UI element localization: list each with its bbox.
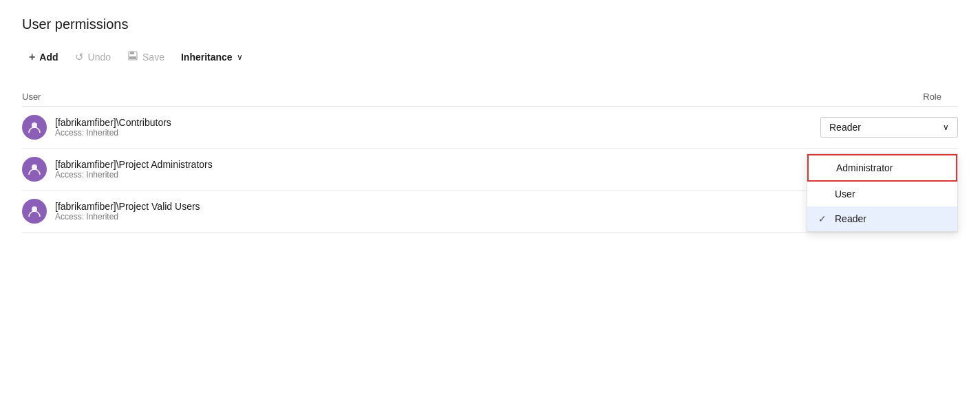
- dropdown-item-administrator[interactable]: Administrator: [807, 154, 957, 182]
- user-info: [fabrikamfiber]\Project Administrators A…: [55, 159, 213, 180]
- avatar: [22, 157, 47, 182]
- toolbar: + Add ↺ Undo Save Inheritance ∨: [22, 46, 958, 74]
- user-info: [fabrikamfiber]\Contributors Access: Inh…: [55, 117, 171, 138]
- dropdown-item-label: Reader: [835, 213, 866, 224]
- add-button[interactable]: + Add: [22, 47, 65, 67]
- svg-rect-2: [129, 56, 136, 59]
- undo-label: Undo: [88, 52, 111, 63]
- user-name: [fabrikamfiber]\Project Administrators: [55, 159, 213, 170]
- role-dropdown[interactable]: Reader ∨: [820, 117, 958, 138]
- dropdown-item-label: Administrator: [836, 162, 893, 173]
- user-column-header: User: [22, 91, 807, 102]
- avatar: [22, 115, 47, 140]
- table-body: [fabrikamfiber]\Contributors Access: Inh…: [22, 107, 958, 233]
- user-access: Access: Inherited: [55, 212, 200, 222]
- user-cell: [fabrikamfiber]\Contributors Access: Inh…: [22, 115, 807, 140]
- user-cell: [fabrikamfiber]\Project Administrators A…: [22, 157, 807, 182]
- role-dropdown-menu: Administrator User ✓ Reader: [807, 153, 958, 232]
- check-icon: ✓: [818, 213, 829, 224]
- user-name: [fabrikamfiber]\Project Valid Users: [55, 201, 200, 212]
- dropdown-item-reader[interactable]: ✓ Reader: [807, 206, 957, 231]
- selected-role: Reader: [829, 122, 861, 133]
- user-access: Access: Inherited: [55, 128, 171, 138]
- undo-icon: ↺: [75, 51, 84, 63]
- inheritance-label: Inheritance: [181, 52, 233, 63]
- dropdown-item-user[interactable]: User: [807, 182, 957, 206]
- undo-button[interactable]: ↺ Undo: [68, 47, 118, 67]
- user-access: Access: Inherited: [55, 170, 213, 180]
- save-icon: [127, 50, 138, 64]
- page-title: User permissions: [22, 17, 958, 32]
- save-button[interactable]: Save: [120, 46, 171, 68]
- user-name: [fabrikamfiber]\Contributors: [55, 117, 171, 128]
- plus-icon: +: [29, 51, 35, 63]
- chevron-down-icon: ∨: [237, 52, 243, 62]
- svg-rect-1: [130, 52, 134, 54]
- dropdown-chevron-icon: ∨: [943, 122, 949, 132]
- inheritance-button[interactable]: Inheritance ∨: [174, 47, 250, 67]
- role-column-header: Role: [807, 91, 958, 102]
- table-header: User Role: [22, 87, 958, 107]
- save-label: Save: [142, 52, 164, 63]
- avatar: [22, 199, 47, 224]
- user-info: [fabrikamfiber]\Project Valid Users Acce…: [55, 201, 200, 222]
- table-row: [fabrikamfiber]\Contributors Access: Inh…: [22, 107, 958, 149]
- dropdown-item-label: User: [835, 188, 855, 200]
- user-cell: [fabrikamfiber]\Project Valid Users Acce…: [22, 199, 807, 224]
- role-cell: Reader ∨: [807, 117, 958, 138]
- add-label: Add: [39, 52, 58, 63]
